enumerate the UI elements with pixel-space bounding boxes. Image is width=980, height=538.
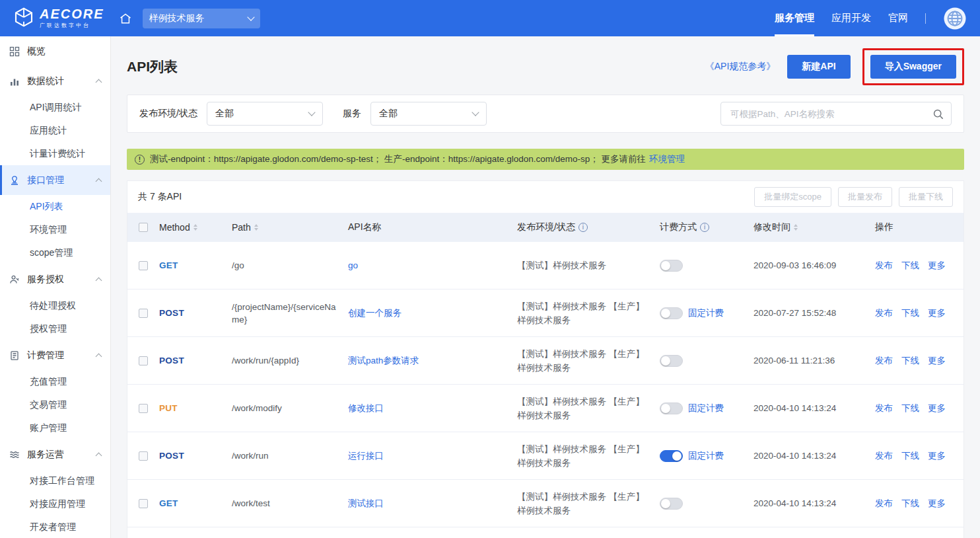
sidebar-item-developer-management[interactable]: 开发者管理 [0,516,110,538]
row-action-offline[interactable]: 下线 [901,307,919,319]
topnav-service-management[interactable]: 服务管理 [775,0,814,36]
sidebar-item-api-list[interactable]: API列表 [0,195,110,218]
sidebar-item-app-stats[interactable]: 应用统计 [0,119,110,142]
sidebar-section-label: 服务运营 [27,449,64,461]
chevron-up-icon [96,79,102,86]
row-checkbox[interactable] [139,404,148,413]
sort-icon[interactable] [794,224,798,231]
overview-icon [9,46,21,57]
sidebar-item-pending-auth[interactable]: 待处理授权 [0,294,110,317]
service-filter-select[interactable]: 全部 [370,102,487,126]
sidebar-item-api-call-stats[interactable]: API调用统计 [0,96,110,119]
service-filter-label: 服务 [343,108,361,120]
sidebar-item-workbench-management[interactable]: 对接工作台管理 [0,469,110,492]
billing-toggle[interactable] [660,260,683,272]
search-icon[interactable] [932,108,944,120]
row-checkbox[interactable] [139,356,148,365]
row-action-offline[interactable]: 下线 [901,498,919,510]
env-status-cell: 【测试】样例技术服务 [517,258,660,272]
api-name-link[interactable]: 创建一个服务 [348,308,402,318]
sidebar-section-overview[interactable]: 概览 [0,36,110,66]
topnav-official-site[interactable]: 官网 [888,0,908,36]
sidebar-item-auth-management[interactable]: 授权管理 [0,317,110,340]
row-action-more[interactable]: 更多 [928,355,946,367]
brand-logo: AECORE 广联达数字中台 [13,7,104,30]
sidebar-item-account-management[interactable]: 账户管理 [0,416,110,440]
sidebar-item-partner-app-management[interactable]: 对接应用管理 [0,492,110,516]
api-spec-reference-link[interactable]: 《API规范参考》 [705,61,776,73]
page-header-actions: 《API规范参考》 新建API 导入Swagger [705,48,964,85]
sort-icon[interactable] [254,224,258,231]
info-icon[interactable]: i [700,223,709,232]
column-header[interactable]: Method [159,222,232,233]
sidebar-item-recharge-management[interactable]: 充值管理 [0,370,110,393]
user-avatar[interactable] [943,7,967,30]
column-label: 计费方式 [660,221,697,233]
info-icon[interactable]: i [578,223,588,232]
billing-toggle[interactable] [660,403,683,414]
service-selector-dropdown[interactable]: 样例技术服务 [143,9,260,28]
sidebar-item-metering-billing-stats[interactable]: 计量计费统计 [0,142,110,165]
billing-toggle[interactable] [660,498,683,510]
sidebar-section-billing-management[interactable]: 计费管理 [0,340,110,370]
env-filter-value: 全部 [215,108,234,120]
column-header[interactable]: 修改时间 [753,221,875,233]
home-icon[interactable] [119,12,132,25]
column-header[interactable]: Path [232,222,348,233]
sidebar-item-scope-management[interactable]: scope管理 [0,241,110,264]
bulk-publish-button[interactable]: 批量发布 [838,187,892,207]
sidebar-section-data-stats[interactable]: 数据统计 [0,66,110,96]
row-action-offline[interactable]: 下线 [901,403,919,414]
chevron-down-icon [247,13,254,20]
env-management-link[interactable]: 环境管理 [649,153,685,165]
row-checkbox[interactable] [139,499,148,508]
select-all-checkbox[interactable] [139,223,148,232]
sidebar-item-transaction-management[interactable]: 交易管理 [0,393,110,416]
search-input[interactable] [730,109,932,119]
api-name-link[interactable]: 运行接口 [348,451,384,461]
brand-text: AECORE 广联达数字中台 [40,7,104,29]
row-action-more[interactable]: 更多 [928,498,946,510]
brand-name: AECORE [40,7,104,20]
row-action-more[interactable]: 更多 [928,403,946,414]
row-checkbox[interactable] [139,261,148,270]
row-checkbox[interactable] [139,451,148,461]
row-action-offline[interactable]: 下线 [901,355,919,367]
row-action-offline[interactable]: 下线 [901,450,919,462]
sidebar-section-service-auth[interactable]: 服务授权 [0,264,110,294]
bulk-offline-button[interactable]: 批量下线 [899,187,953,207]
bulk-bind-scope-button[interactable]: 批量绑定scope [754,187,831,207]
api-name-link[interactable]: go [348,260,358,270]
sidebar-section-api-management[interactable]: 接口管理 [0,165,110,195]
api-name-link[interactable]: 测试接口 [348,498,384,508]
row-action-publish[interactable]: 发布 [875,450,893,462]
row-action-more[interactable]: 更多 [928,307,946,319]
billing-toggle[interactable] [660,355,683,367]
method-cell: GET [159,260,232,270]
api-name-link[interactable]: 测试path参数请求 [348,356,419,365]
stats-icon [9,76,21,87]
sidebar-section-service-operations[interactable]: 服务运营 [0,440,110,469]
page-header: API列表 《API规范参考》 新建API 导入Swagger [127,36,964,95]
topnav-app-development[interactable]: 应用开发 [831,0,871,36]
new-api-button[interactable]: 新建API [787,55,850,79]
row-action-more[interactable]: 更多 [928,450,946,462]
method-cell: PUT [159,403,232,413]
row-action-more[interactable]: 更多 [928,260,946,272]
row-action-publish[interactable]: 发布 [875,307,893,319]
sort-icon[interactable] [193,224,197,231]
env-filter-select[interactable]: 全部 [207,102,323,126]
row-action-publish[interactable]: 发布 [875,403,893,414]
row-checkbox[interactable] [139,309,148,318]
row-action-publish[interactable]: 发布 [875,260,893,272]
api-name-link[interactable]: 修改接口 [348,403,384,413]
sidebar-item-env-management[interactable]: 环境管理 [0,218,110,241]
billing-toggle[interactable] [660,307,683,319]
row-action-publish[interactable]: 发布 [875,498,893,510]
row-actions: 发布下线更多 [875,260,963,272]
row-action-publish[interactable]: 发布 [875,355,893,367]
row-action-offline[interactable]: 下线 [901,260,919,272]
sidebar-section-label: 计费管理 [27,350,64,362]
billing-toggle[interactable] [660,450,683,462]
import-swagger-button[interactable]: 导入Swagger [870,55,956,79]
